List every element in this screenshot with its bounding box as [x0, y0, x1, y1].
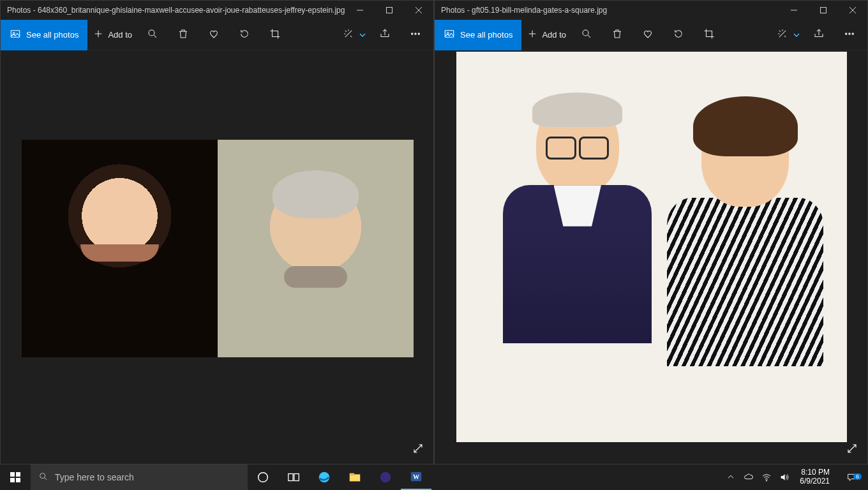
- taskbar-app-firefox[interactable]: [370, 464, 401, 490]
- taskbar-app-file-explorer[interactable]: [340, 464, 370, 490]
- photo-content: [456, 52, 847, 442]
- add-to-button[interactable]: Add to: [87, 20, 137, 50]
- svg-rect-8: [445, 31, 454, 38]
- svg-point-9: [447, 33, 449, 34]
- share-button[interactable]: [370, 20, 400, 50]
- crop-button[interactable]: [260, 20, 290, 50]
- rotate-icon: [673, 28, 684, 41]
- system-tray: 8:10 PM 6/9/2021 6: [721, 464, 868, 490]
- share-button[interactable]: [804, 20, 834, 50]
- svg-point-14: [40, 473, 45, 478]
- favorite-button[interactable]: [198, 20, 229, 50]
- edit-menu-button[interactable]: [339, 20, 370, 50]
- photos-window-2: Photos - gft05.19-bill-melinda-gates-a-s…: [434, 0, 868, 464]
- window-title: Photos - 648x360_britannique-ghislaine-m…: [1, 6, 345, 15]
- svg-rect-0: [387, 8, 393, 13]
- action-center-button[interactable]: 6: [837, 472, 865, 482]
- see-all-photos-button[interactable]: See all photos: [435, 20, 521, 50]
- start-button[interactable]: [0, 464, 31, 490]
- tray-onedrive-icon[interactable]: [741, 464, 756, 490]
- tray-volume-icon[interactable]: [777, 464, 792, 490]
- minimize-button[interactable]: [345, 1, 375, 20]
- see-all-photos-button[interactable]: See all photos: [1, 20, 87, 50]
- more-button[interactable]: [400, 20, 431, 50]
- clock-date: 6/9/2021: [800, 477, 830, 486]
- maximize-button[interactable]: [375, 1, 404, 20]
- rotate-button[interactable]: [229, 20, 260, 50]
- rotate-icon: [239, 28, 250, 41]
- svg-point-11: [846, 33, 847, 34]
- svg-point-2: [13, 33, 15, 34]
- titlebar[interactable]: Photos - 648x360_britannique-ghislaine-m…: [1, 1, 433, 20]
- chevron-down-icon: [793, 32, 800, 38]
- more-button[interactable]: [834, 20, 865, 50]
- photo-viewer[interactable]: [1, 50, 433, 464]
- crop-icon: [269, 28, 281, 41]
- taskbar-search[interactable]: Type here to search: [31, 464, 248, 490]
- svg-point-6: [418, 33, 419, 34]
- crop-button[interactable]: [694, 20, 724, 50]
- crop-icon: [703, 28, 715, 41]
- search-placeholder: Type here to search: [55, 472, 134, 482]
- magnifier-icon: [581, 28, 592, 41]
- svg-point-10: [583, 30, 588, 36]
- maximize-button[interactable]: [809, 1, 838, 20]
- close-button[interactable]: [404, 1, 433, 20]
- svg-point-4: [412, 33, 413, 34]
- fullscreen-button[interactable]: [409, 440, 427, 457]
- plus-icon: [93, 28, 104, 41]
- zoom-button[interactable]: [571, 20, 602, 50]
- delete-button[interactable]: [602, 20, 632, 50]
- heart-icon: [642, 28, 654, 41]
- cortana-button[interactable]: [248, 464, 278, 490]
- trash-icon: [611, 28, 623, 41]
- tray-network-icon[interactable]: [759, 464, 774, 490]
- toolbar: See all photos Add to: [435, 20, 867, 50]
- titlebar[interactable]: Photos - gft05.19-bill-melinda-gates-a-s…: [435, 1, 867, 20]
- magic-edit-icon: [777, 28, 788, 41]
- taskbar-app-edge[interactable]: [309, 464, 340, 490]
- clock-time: 8:10 PM: [800, 468, 830, 477]
- close-button[interactable]: [838, 1, 867, 20]
- taskbar-app-word[interactable]: W: [401, 464, 431, 490]
- svg-point-15: [258, 473, 268, 482]
- photo-content: [22, 140, 414, 357]
- taskbar: Type here to search W 8:10 PM 6/9/2021 6: [0, 464, 868, 490]
- trash-icon: [177, 28, 189, 41]
- add-to-button[interactable]: Add to: [521, 20, 571, 50]
- svg-rect-17: [294, 474, 299, 481]
- svg-point-12: [849, 33, 850, 34]
- share-icon: [379, 28, 391, 41]
- plus-icon: [527, 28, 538, 41]
- svg-rect-20: [350, 473, 354, 476]
- magic-edit-icon: [343, 28, 354, 41]
- taskbar-pinned-apps: W: [248, 464, 431, 490]
- windows-logo-icon: [10, 472, 20, 482]
- svg-point-5: [415, 33, 416, 34]
- minimize-button[interactable]: [779, 1, 809, 20]
- fullscreen-button[interactable]: [843, 440, 861, 457]
- svg-point-3: [149, 30, 154, 36]
- task-view-button[interactable]: [278, 464, 309, 490]
- chevron-down-icon: [359, 32, 366, 38]
- svg-rect-1: [11, 31, 20, 38]
- svg-point-13: [852, 33, 853, 34]
- zoom-button[interactable]: [137, 20, 168, 50]
- photos-window-1: Photos - 648x360_britannique-ghislaine-m…: [0, 0, 434, 464]
- window-title: Photos - gft05.19-bill-melinda-gates-a-s…: [435, 6, 779, 15]
- rotate-button[interactable]: [663, 20, 694, 50]
- favorite-button[interactable]: [632, 20, 663, 50]
- heart-icon: [208, 28, 220, 41]
- taskbar-clock[interactable]: 8:10 PM 6/9/2021: [795, 468, 835, 486]
- delete-button[interactable]: [168, 20, 198, 50]
- search-icon: [38, 471, 49, 484]
- edit-menu-button[interactable]: [773, 20, 804, 50]
- svg-point-24: [767, 480, 767, 481]
- photo-viewer[interactable]: [435, 50, 867, 464]
- share-icon: [813, 28, 825, 41]
- ellipsis-icon: [410, 28, 421, 41]
- tray-overflow-button[interactable]: [723, 464, 738, 490]
- toolbar: See all photos Add to: [1, 20, 433, 50]
- collection-icon: [10, 28, 21, 41]
- notification-badge: 6: [853, 473, 862, 480]
